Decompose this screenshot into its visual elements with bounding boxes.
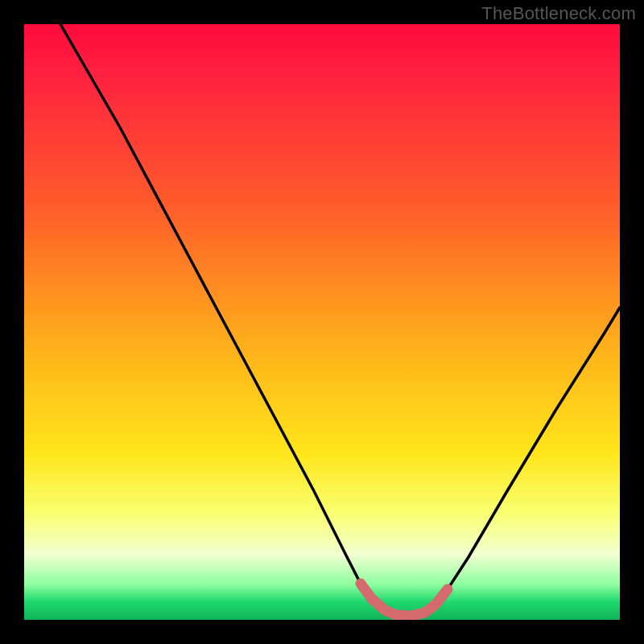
chart-frame: TheBottleneck.com — [0, 0, 644, 644]
highlight-path — [361, 584, 448, 616]
plot-area — [24, 24, 620, 620]
optimal-range-highlight — [24, 24, 620, 620]
watermark-text: TheBottleneck.com — [481, 3, 636, 24]
